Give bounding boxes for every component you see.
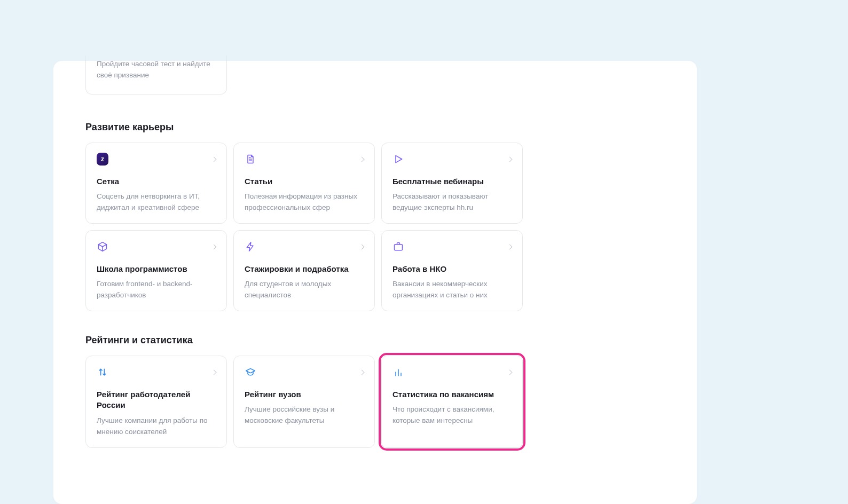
card-статьи[interactable]: СтатьиПолезная информация из разных проф… xyxy=(233,143,375,224)
ratings-card-grid: Рейтинг работодателей РоссииЛучшие компа… xyxy=(85,356,665,447)
badge-text: z xyxy=(101,155,104,163)
card-icon-row: z xyxy=(97,153,216,166)
badge-icon: z xyxy=(97,153,108,166)
card-icon-row xyxy=(97,240,216,253)
card-desc: Для студентов и молодых специалистов xyxy=(245,279,364,301)
section-title-ratings: Рейтинги и статистика xyxy=(85,335,665,346)
document-icon xyxy=(245,153,256,165)
badge-icon: z xyxy=(97,153,108,165)
card-icon-row xyxy=(392,240,512,253)
partial-card-calling-test[interactable]: Пройдите часовой тест и найдите своё при… xyxy=(85,56,227,94)
chevron-right-icon xyxy=(359,244,365,249)
card-бесплатные-вебинары[interactable]: Бесплатные вебинарыРассказывают и показы… xyxy=(381,143,523,224)
main-panel: Пройдите часовой тест и найдите своё при… xyxy=(53,61,697,504)
chevron-right-icon xyxy=(507,156,513,162)
card-desc: Полезная информация из разных профессион… xyxy=(245,191,364,214)
chart-icon xyxy=(392,366,404,378)
card-title: Работа в НКО xyxy=(392,264,512,274)
sort-icon xyxy=(97,366,108,378)
card-стажировки-и-подработка[interactable]: Стажировки и подработкаДля студентов и м… xyxy=(233,230,375,311)
card-школа-программистов[interactable]: Школа программистовГотовим frontend- и b… xyxy=(85,230,227,311)
card-desc: Готовим frontend- и backend-разработчико… xyxy=(97,279,216,301)
card-desc: Соцсеть для нетворкинга в ИТ, диджитал и… xyxy=(97,191,216,214)
card-title: Статьи xyxy=(245,176,364,187)
card-статистика-по-вакансиям[interactable]: Статистика по вакансиямЧто происходит с … xyxy=(381,356,523,447)
card-desc: Лучшие российские вузы и московские факу… xyxy=(245,404,364,427)
card-title: Стажировки и подработка xyxy=(245,264,364,274)
card-title: Школа программистов xyxy=(97,264,216,274)
card-desc: Что происходит с вакансиями, которые вам… xyxy=(392,404,512,427)
card-работа-в-нко[interactable]: Работа в НКОВакансии в некоммерческих ор… xyxy=(381,230,523,311)
card-рейтинг-работодателей-россии[interactable]: Рейтинг работодателей РоссииЛучшие компа… xyxy=(85,356,227,447)
chevron-right-icon xyxy=(211,156,217,162)
bolt-icon xyxy=(245,241,256,253)
card-title: Рейтинг вузов xyxy=(245,389,364,400)
chevron-right-icon xyxy=(359,369,365,375)
card-icon-row xyxy=(245,240,364,253)
briefcase-icon xyxy=(392,241,404,253)
chevron-right-icon xyxy=(211,369,217,375)
play-icon xyxy=(392,153,404,165)
card-title: Бесплатные вебинары xyxy=(392,176,512,187)
card-icon-row xyxy=(392,366,512,379)
card-icon-row xyxy=(245,366,364,379)
card-icon-row xyxy=(245,153,364,166)
svg-rect-0 xyxy=(395,245,403,250)
section-title-career: Развитие карьеры xyxy=(85,122,665,133)
chevron-right-icon xyxy=(507,244,513,249)
card-рейтинг-вузов[interactable]: Рейтинг вузовЛучшие российские вузы и мо… xyxy=(233,356,375,447)
card-desc: Рассказывают и показывают ведущие экспер… xyxy=(392,191,512,214)
chevron-right-icon xyxy=(507,369,513,375)
card-icon-row xyxy=(392,153,512,166)
partial-card-desc: Пройдите часовой тест и найдите своё при… xyxy=(97,56,216,81)
career-card-grid: zСеткаСоцсеть для нетворкинга в ИТ, дидж… xyxy=(85,143,665,311)
card-desc: Вакансии в некоммерческих организациях и… xyxy=(392,279,512,301)
section-ratings: Рейтинги и статистика Рейтинг работодате… xyxy=(85,335,665,447)
card-icon-row xyxy=(97,366,216,379)
card-title: Сетка xyxy=(97,176,216,187)
section-career: Развитие карьеры zСеткаСоцсеть для нетво… xyxy=(85,122,665,311)
card-сетка[interactable]: zСеткаСоцсеть для нетворкинга в ИТ, дидж… xyxy=(85,143,227,224)
card-desc: Лучшие компании для работы по мнению сои… xyxy=(97,415,216,438)
chevron-right-icon xyxy=(211,244,217,249)
card-title: Статистика по вакансиям xyxy=(392,389,512,400)
graduation-icon xyxy=(245,366,256,378)
chevron-right-icon xyxy=(359,156,365,162)
card-title: Рейтинг работодателей России xyxy=(97,389,216,411)
cube-icon xyxy=(97,241,108,253)
